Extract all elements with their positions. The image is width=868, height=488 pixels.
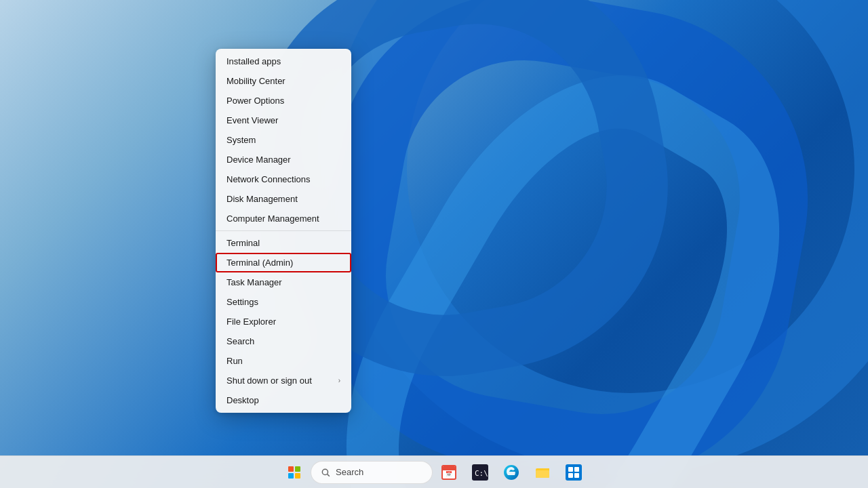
menu-item-label-network-connections: Network Connections <box>226 174 311 184</box>
menu-item-label-file-explorer: File Explorer <box>226 317 276 327</box>
menu-item-file-explorer[interactable]: File Explorer <box>216 312 351 331</box>
desktop-background <box>0 0 868 488</box>
menu-item-label-task-manager: Task Manager <box>226 277 282 287</box>
menu-item-label-event-viewer: Event Viewer <box>226 115 278 125</box>
edge-button[interactable] <box>496 458 526 487</box>
calendar-button[interactable]: 📅 <box>434 458 464 487</box>
menu-item-arrow-shut-down: › <box>338 377 340 384</box>
taskbar-search[interactable]: Search <box>311 461 433 484</box>
menu-item-label-terminal-admin: Terminal (Admin) <box>226 258 293 268</box>
menu-item-desktop[interactable]: Desktop <box>216 390 351 410</box>
file-explorer-icon <box>534 464 551 481</box>
menu-item-label-device-manager: Device Manager <box>226 155 291 165</box>
svg-text:C:\: C:\ <box>475 469 488 478</box>
terminal-button[interactable]: C:\ <box>465 458 495 487</box>
menu-item-label-disk-management: Disk Management <box>226 194 298 204</box>
context-menu: Installed appsMobility CenterPower Optio… <box>216 49 351 413</box>
menu-item-label-settings: Settings <box>226 297 258 307</box>
menu-item-label-system: System <box>226 135 256 145</box>
menu-item-label-terminal: Terminal <box>226 238 260 248</box>
start-button[interactable] <box>279 458 309 487</box>
menu-item-power-options[interactable]: Power Options <box>216 91 351 110</box>
menu-item-label-desktop: Desktop <box>226 395 259 405</box>
menu-item-event-viewer[interactable]: Event Viewer <box>216 110 351 130</box>
svg-rect-7 <box>566 464 582 481</box>
menu-item-settings[interactable]: Settings <box>216 292 351 312</box>
menu-item-system[interactable]: System <box>216 130 351 150</box>
menu-item-run[interactable]: Run <box>216 351 351 371</box>
menu-separator-9 <box>216 230 351 231</box>
svg-rect-8 <box>568 467 573 472</box>
menu-item-computer-management[interactable]: Computer Management <box>216 209 351 228</box>
menu-item-label-shut-down: Shut down or sign out <box>226 375 312 386</box>
file-explorer-button[interactable] <box>528 458 557 487</box>
search-label: Search <box>336 467 363 477</box>
menu-item-network-connections[interactable]: Network Connections <box>216 169 351 189</box>
taskbar: Search 📅 C:\ <box>0 455 868 488</box>
windows-logo-icon <box>288 466 300 479</box>
store-button[interactable] <box>559 458 589 487</box>
svg-rect-6 <box>536 470 549 478</box>
menu-item-label-search: Search <box>226 336 254 346</box>
menu-item-shut-down[interactable]: Shut down or sign out› <box>216 371 351 390</box>
svg-line-1 <box>328 474 330 476</box>
calendar-icon: 📅 <box>441 465 456 480</box>
search-icon <box>321 468 330 477</box>
menu-item-search[interactable]: Search <box>216 331 351 351</box>
menu-item-label-mobility-center: Mobility Center <box>226 76 285 86</box>
menu-item-mobility-center[interactable]: Mobility Center <box>216 71 351 91</box>
menu-item-label-run: Run <box>226 356 243 366</box>
menu-item-terminal-admin[interactable]: Terminal (Admin) <box>216 253 351 272</box>
taskbar-items: Search 📅 C:\ <box>279 458 589 487</box>
menu-item-terminal[interactable]: Terminal <box>216 233 351 253</box>
menu-item-task-manager[interactable]: Task Manager <box>216 272 351 292</box>
svg-rect-9 <box>574 467 579 472</box>
menu-item-label-power-options: Power Options <box>226 96 284 106</box>
svg-rect-10 <box>568 473 573 478</box>
menu-item-installed-apps[interactable]: Installed apps <box>216 52 351 71</box>
svg-point-0 <box>322 469 328 474</box>
menu-item-label-computer-management: Computer Management <box>226 214 319 224</box>
svg-rect-11 <box>574 473 579 478</box>
menu-item-disk-management[interactable]: Disk Management <box>216 189 351 209</box>
edge-icon <box>503 464 519 481</box>
menu-item-device-manager[interactable]: Device Manager <box>216 150 351 169</box>
store-icon <box>566 464 582 481</box>
terminal-icon: C:\ <box>472 464 488 481</box>
menu-item-label-installed-apps: Installed apps <box>226 56 281 66</box>
